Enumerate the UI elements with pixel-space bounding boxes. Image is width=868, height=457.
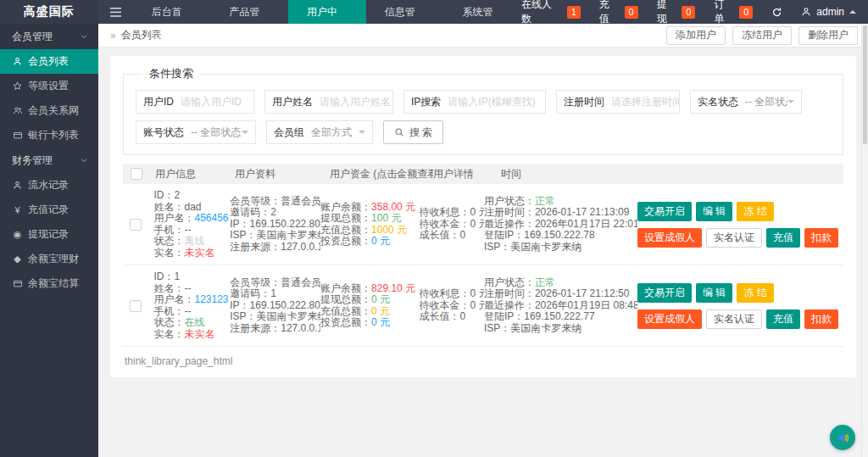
select-all-checkbox[interactable] bbox=[131, 168, 142, 180]
username-link[interactable]: 456456 bbox=[194, 212, 228, 224]
audio-notify-button[interactable] bbox=[830, 425, 855, 450]
header-user-funds: 用户资金 (点击金额查看) bbox=[330, 167, 433, 181]
sidebar-item-level-settings[interactable]: 等级设置 bbox=[0, 74, 98, 98]
freeze-button[interactable]: 冻 结 bbox=[737, 202, 773, 221]
id-value: 1 bbox=[174, 271, 180, 282]
reg-time-input[interactable] bbox=[611, 91, 679, 113]
id-value: 2 bbox=[174, 190, 180, 201]
nav-item-user-center[interactable]: 用户中心 bbox=[288, 0, 366, 24]
bankcard-icon bbox=[12, 131, 23, 140]
nav-item-system[interactable]: 系统管理 bbox=[443, 0, 521, 24]
sidebar-item-relation-network[interactable]: 会员关系网 bbox=[0, 98, 98, 123]
balance-value[interactable]: 358.00 元 bbox=[371, 202, 415, 213]
trade-toggle-button[interactable]: 交易开启 bbox=[637, 283, 692, 303]
balance-value[interactable]: 829.10 元 bbox=[371, 283, 415, 294]
invest-total-value[interactable]: 0 元 bbox=[371, 316, 390, 328]
name-value: -- bbox=[184, 282, 191, 294]
recharge-button[interactable]: 充值 bbox=[766, 228, 800, 248]
realname-value: 未实名 bbox=[184, 328, 214, 340]
phone-value: -- bbox=[184, 224, 191, 236]
withdraw-total-value[interactable]: 0 元 bbox=[371, 293, 390, 305]
login-isp-value: 美国南卡罗来纳 bbox=[510, 322, 581, 334]
content: 条件搜索 用户ID 用户姓名 IP搜索 bbox=[98, 47, 868, 386]
user-name-input[interactable] bbox=[320, 91, 392, 113]
sidebar-item-flow-records[interactable]: 流水记录 bbox=[0, 173, 98, 198]
user-icon bbox=[801, 7, 811, 17]
sidebar-item-member-list[interactable]: 会员列表 bbox=[0, 49, 98, 74]
stat-recharge[interactable]: 充值 0 bbox=[599, 0, 638, 26]
sidebar-group-finance[interactable]: 财务管理 bbox=[0, 148, 98, 173]
principal-label: 待收本金： bbox=[419, 299, 470, 311]
isp-label: ISP： bbox=[230, 229, 256, 241]
sidebar-item-recharge-records[interactable]: ¥ 充值记录 bbox=[0, 198, 98, 222]
user-icon bbox=[12, 181, 23, 190]
deduct-button[interactable]: 扣款 bbox=[804, 309, 838, 329]
sidebar-item-yuebao-settle[interactable]: 余额宝结算 bbox=[0, 271, 98, 296]
speaker-icon bbox=[836, 431, 850, 445]
search-button[interactable]: 搜 索 bbox=[383, 120, 443, 144]
menu-collapse-button[interactable] bbox=[98, 0, 133, 24]
sidebar-item-yuebao-invest[interactable]: ◆ 余额宝理财 bbox=[0, 247, 98, 271]
realname-verify-button[interactable]: 实名认证 bbox=[706, 309, 762, 329]
recharge-total-value[interactable]: 0 元 bbox=[371, 305, 390, 317]
sidebar-item-label: 余额宝结算 bbox=[28, 276, 79, 291]
id-label: ID： bbox=[153, 271, 174, 282]
set-fake-button[interactable]: 设置成假人 bbox=[637, 228, 702, 248]
realname-status-select[interactable]: -- 全部状态 -- bbox=[745, 95, 801, 109]
recharge-total-value[interactable]: 1000 元 bbox=[371, 224, 407, 236]
deduct-button[interactable]: 扣款 bbox=[804, 228, 838, 248]
refresh-icon bbox=[771, 7, 782, 18]
nav-item-home[interactable]: 后台首页 bbox=[133, 0, 211, 24]
realname-value: 未实名 bbox=[184, 247, 214, 259]
user-name-label: 用户姓名 bbox=[265, 95, 320, 109]
sidebar-group-member[interactable]: 会员管理 bbox=[0, 24, 98, 49]
stat-withdraw[interactable]: 提现 0 bbox=[657, 0, 696, 26]
trade-toggle-button[interactable]: 交易开启 bbox=[637, 202, 692, 221]
gem-icon: ◆ bbox=[12, 254, 23, 265]
set-fake-button[interactable]: 设置成假人 bbox=[637, 309, 702, 329]
member-list-card: 条件搜索 用户ID 用户姓名 IP搜索 bbox=[110, 56, 856, 377]
ip-value: 169.150.222.80 bbox=[250, 299, 320, 311]
star-icon bbox=[12, 81, 23, 91]
row-checkbox[interactable] bbox=[130, 219, 142, 231]
sidebar-item-bankcard-list[interactable]: 银行卡列表 bbox=[0, 123, 98, 148]
nav-item-info[interactable]: 信息管理 bbox=[366, 0, 444, 24]
header-user-info: 用户信息 bbox=[155, 167, 235, 181]
stat-label: 订单 bbox=[714, 0, 734, 26]
username-link[interactable]: 123123 bbox=[194, 293, 228, 305]
user-id-input[interactable] bbox=[181, 91, 253, 113]
row-checkbox[interactable] bbox=[130, 300, 142, 312]
name-label: 姓名： bbox=[153, 282, 184, 294]
account-status-select[interactable]: -- 全部状态 -- bbox=[191, 125, 255, 140]
user-menu[interactable]: admin bbox=[801, 6, 856, 18]
nav-item-products[interactable]: 产品管理 bbox=[210, 0, 288, 24]
caret-down-icon bbox=[787, 100, 794, 107]
freeze-button[interactable]: 冻 结 bbox=[737, 283, 773, 303]
sidebar-item-withdraw-records[interactable]: ◉ 提现记录 bbox=[0, 222, 98, 247]
member-group-select[interactable]: 全部方式 bbox=[311, 125, 372, 140]
add-user-button[interactable]: 添加用户 bbox=[666, 26, 726, 45]
freeze-user-button[interactable]: 冻结用户 bbox=[732, 26, 792, 45]
online-status-value: 离线 bbox=[184, 235, 204, 247]
growth-label: 成长值： bbox=[419, 229, 459, 241]
search-icon bbox=[394, 127, 404, 137]
edit-button[interactable]: 编 辑 bbox=[696, 283, 732, 303]
stat-online-users[interactable]: 在线人数 1 bbox=[521, 0, 581, 26]
invest-total-value[interactable]: 0 元 bbox=[371, 235, 390, 247]
refresh-button[interactable] bbox=[771, 7, 782, 18]
selected-value: 全部方式 bbox=[311, 125, 359, 140]
recharge-button[interactable]: 充值 bbox=[766, 309, 800, 329]
topbar: 高盛国际 后台首页 产品管理 用户中心 信息管理 系统管理 在线人数 1 充值 … bbox=[0, 0, 868, 24]
member-group-label: 会员组 bbox=[267, 125, 311, 140]
delete-user-button[interactable]: 删除用户 bbox=[798, 26, 858, 45]
isp-value: 美国南卡罗来纳 bbox=[257, 310, 321, 322]
scrollbar-thumb[interactable] bbox=[863, 25, 867, 144]
withdraw-total-value[interactable]: 100 元 bbox=[371, 212, 401, 224]
invite-value: 1 bbox=[270, 287, 276, 299]
ip-label: IP： bbox=[230, 299, 249, 311]
growth-label: 成长值： bbox=[419, 310, 459, 322]
ip-search-input[interactable] bbox=[448, 91, 545, 113]
realname-verify-button[interactable]: 实名认证 bbox=[706, 228, 762, 248]
stat-orders[interactable]: 订单 0 bbox=[714, 0, 753, 26]
edit-button[interactable]: 编 辑 bbox=[696, 202, 732, 221]
